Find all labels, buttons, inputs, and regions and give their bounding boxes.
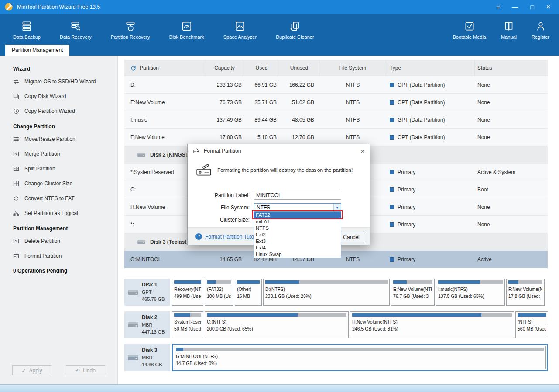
- format-partition-tutorial-link[interactable]: Format Partition Tutorial: [205, 234, 261, 240]
- block-name: SystemReserved: [174, 318, 201, 325]
- toolbar-label: Disk Benchmark: [169, 34, 204, 40]
- table-row-i[interactable]: I:music 137.49 GB 89.44 GB 48.05 GB NTFS…: [124, 111, 548, 129]
- maximize-icon[interactable]: □: [530, 4, 534, 10]
- table-row-e[interactable]: E:New Volume 76.73 GB 25.71 GB 51.02 GB …: [124, 94, 548, 111]
- partition-block-h[interactable]: H:New Volume(NTFS) 246.5 GB (Used: 81%): [350, 311, 514, 338]
- disk1-label[interactable]: Disk 1 GPT 465.76 GB: [124, 279, 170, 306]
- toolbar-label: Space Analyzer: [223, 34, 257, 40]
- toolbar-label: Bootable Media: [453, 34, 486, 40]
- sidebar-item-label: Copy Disk Wizard: [24, 93, 66, 99]
- cell-partition: D:: [124, 82, 205, 88]
- block-size: 560 MB (Used:: [518, 325, 546, 332]
- cell-capacity: 17.80 GB: [205, 134, 244, 140]
- toolbar-label: Register: [532, 34, 549, 40]
- partition-block-g-minitool[interactable]: G:MINITOOL(NTFS) 14.7 GB (Used: 0%): [174, 346, 546, 369]
- toolbar-bootable-media[interactable]: Bootable Media: [453, 14, 486, 45]
- sidebar-item-change-cluster-size[interactable]: Change Cluster Size: [0, 176, 117, 191]
- partition-block-systemreserved[interactable]: SystemReserved 50 MB (Used:: [172, 311, 203, 338]
- partition-label-input[interactable]: [254, 191, 341, 200]
- toolbar-space-analyzer[interactable]: Space Analyzer: [223, 14, 257, 45]
- partition-block-recovery[interactable]: Recovery(NTFS) 499 MB (Used:: [172, 279, 203, 306]
- toolbar-partition-recovery[interactable]: Partition Recovery: [111, 14, 150, 45]
- partition-type-icon: [390, 83, 394, 87]
- sidebar-item-move-resize[interactable]: Move/Resize Partition: [0, 132, 117, 147]
- disk1-blocks: Recovery(NTFS) 499 MB (Used: (FAT32) 100…: [172, 279, 548, 306]
- space-analyzer-icon: [234, 20, 246, 32]
- partition-type-icon: [390, 257, 394, 262]
- dropdown-option-ext2[interactable]: Ext2: [254, 232, 341, 238]
- partition-type-icon: [390, 205, 394, 209]
- toolbar-data-recovery[interactable]: Data Recovery: [60, 14, 92, 45]
- sidebar-item-label: Set Partition as Logical: [24, 210, 78, 216]
- partition-block-e[interactable]: E:New Volume(NTFS) 76.7 GB (Used: 3: [391, 279, 435, 306]
- undo-button[interactable]: ↶ Undo: [66, 365, 105, 375]
- sidebar-item-copy-disk[interactable]: Copy Disk Wizard: [0, 89, 117, 104]
- partition-block-c[interactable]: C:(NTFS) 200.0 GB (Used: 65%): [205, 311, 349, 338]
- sidebar-item-label: Convert NTFS to FAT: [24, 195, 74, 201]
- cell-capacity: 233.13 GB: [205, 82, 244, 88]
- dropdown-option-ext4[interactable]: Ext4: [254, 245, 341, 251]
- sidebar-heading-change-partition: Change Partition: [0, 119, 117, 132]
- cell-status: None: [475, 204, 548, 210]
- tab-partition-management[interactable]: Partition Management: [5, 45, 69, 56]
- toolbar-register[interactable]: Register: [532, 14, 549, 45]
- cluster-size-label: Cluster Size:: [188, 217, 252, 223]
- table-header: Partition Capacity Used Unused File Syst…: [124, 60, 548, 76]
- sidebar-item-delete-partition[interactable]: Delete Partition: [0, 234, 117, 249]
- sidebar-item-format-partition[interactable]: Format Partition: [0, 249, 117, 263]
- apply-button[interactable]: ✓ Apply: [12, 365, 51, 375]
- cell-used: 66.91 GB: [244, 82, 279, 88]
- table-row-f[interactable]: F:New Volume 17.80 GB 5.10 GB 12.70 GB N…: [124, 129, 548, 146]
- sidebar-item-migrate-os[interactable]: Migrate OS to SSD/HD Wizard: [0, 74, 117, 89]
- disk-name: Disk 2: [142, 314, 165, 321]
- table-row-d[interactable]: D: 233.13 GB 66.91 GB 166.22 GB NTFS GPT…: [124, 76, 548, 94]
- dropdown-option-linux-swap[interactable]: Linux Swap: [254, 251, 341, 258]
- partition-block-i[interactable]: I:music(NTFS) 137.5 GB (Used: 65%): [436, 279, 505, 306]
- cell-type: GPT (Data Partition): [386, 99, 475, 106]
- sidebar-item-merge[interactable]: Merge Partition: [0, 147, 117, 161]
- toolbar-disk-benchmark[interactable]: Disk Benchmark: [169, 14, 204, 45]
- warning-text: Formating the partition will destroy the…: [217, 167, 353, 173]
- type-label: GPT (Data Partition): [398, 134, 445, 140]
- file-system-select[interactable]: NTFS ▾: [254, 203, 341, 212]
- close-icon[interactable]: ×: [546, 3, 550, 10]
- chevron-down-icon[interactable]: ▾: [333, 204, 341, 211]
- menu-icon[interactable]: ≡: [496, 4, 500, 10]
- dropdown-option-fat32[interactable]: FAT32: [254, 212, 341, 218]
- refresh-icon[interactable]: [130, 65, 136, 71]
- dialog-warning: Formating the partition will destroy the…: [195, 163, 368, 177]
- dropdown-option-exfat[interactable]: exFAT: [254, 218, 341, 225]
- dialog-close-icon[interactable]: ×: [360, 147, 364, 155]
- block-size: 50 MB (Used:: [174, 325, 201, 332]
- sidebar-item-copy-partition[interactable]: Copy Partition Wizard: [0, 104, 117, 119]
- dropdown-option-ext3[interactable]: Ext3: [254, 238, 341, 245]
- partition-block-other[interactable]: (Other) 16 MB: [235, 279, 262, 306]
- cell-status: Active & System: [475, 169, 548, 175]
- file-system-label: File System:: [188, 205, 252, 211]
- partition-block-fat32[interactable]: (FAT32) 100 MB (Used:: [205, 279, 233, 306]
- diskmap-row-disk2: Disk 2 MBR 447.13 GB SystemReserved 50 M…: [124, 311, 548, 338]
- sidebar-item-split[interactable]: Split Partition: [0, 161, 117, 176]
- app-logo-icon: [4, 3, 13, 11]
- disk3-label[interactable]: Disk 3 MBR 14.66 GB: [124, 344, 170, 371]
- disk2-label[interactable]: Disk 2 MBR 447.13 GB: [124, 311, 170, 338]
- disk-name: Disk 1: [142, 281, 165, 289]
- partition-block-f[interactable]: F:New Volume(NTFS) 17.8 GB (Used:: [506, 279, 545, 306]
- block-size: 76.7 GB (Used: 3: [393, 293, 432, 300]
- cell-status: None: [475, 222, 548, 228]
- block-size: 499 MB (Used:: [174, 293, 201, 300]
- toolbar-manual[interactable]: Manual: [501, 14, 517, 45]
- toolbar-data-backup[interactable]: Data Backup: [13, 14, 41, 45]
- file-system-row: File System: NTFS ▾: [188, 203, 370, 212]
- sidebar-item-set-logical[interactable]: Set Partition as Logical: [0, 206, 117, 221]
- sidebar-item-convert-ntfs-fat[interactable]: Convert NTFS to FAT: [0, 191, 117, 206]
- toolbar-duplicate-cleaner[interactable]: Duplicate Cleaner: [276, 14, 314, 45]
- disk-size: 14.66 GB: [142, 361, 162, 368]
- dropdown-option-ntfs[interactable]: NTFS: [254, 225, 341, 232]
- partition-block-d[interactable]: D:(NTFS) 233.1 GB (Used: 28%): [263, 279, 390, 306]
- disk2-blocks: SystemReserved 50 MB (Used: C:(NTFS) 200…: [172, 311, 548, 338]
- block-name: F:New Volume(NTFS): [508, 286, 542, 293]
- partition-block-ntfs-recovery[interactable]: (NTFS) 560 MB (Used:: [515, 311, 548, 338]
- diskmap-row-disk1: Disk 1 GPT 465.76 GB Recovery(NTFS) 499 …: [124, 279, 548, 306]
- minimize-icon[interactable]: —: [512, 4, 518, 10]
